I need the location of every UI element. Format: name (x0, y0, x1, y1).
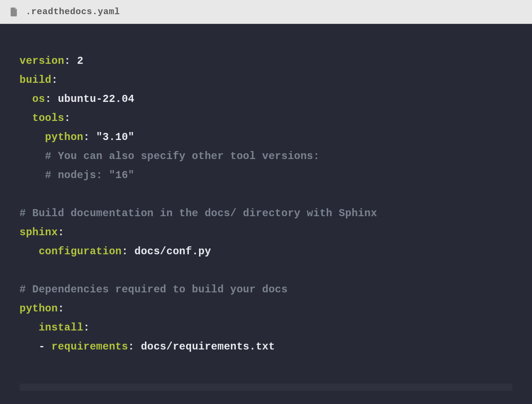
yaml-key: python (20, 303, 58, 315)
file-header: .readthedocs.yaml (0, 0, 532, 24)
indent (20, 245, 39, 257)
yaml-value: docs/conf.py (128, 245, 211, 257)
code-block: version: 2 build: os: ubuntu-22.04 tools… (20, 51, 512, 356)
yaml-value: "3.10" (90, 131, 134, 143)
dash: - (39, 341, 51, 353)
indent (20, 169, 45, 181)
yaml-key: build (20, 74, 51, 86)
yaml-key: sphinx (20, 226, 58, 238)
colon: : (83, 322, 90, 334)
indent (20, 93, 32, 105)
yaml-key: version (20, 55, 64, 67)
yaml-key: configuration (39, 245, 121, 257)
indent (20, 112, 32, 124)
yaml-value: ubuntu-22.04 (51, 93, 134, 105)
yaml-value: 2 (70, 55, 83, 67)
indent (20, 322, 39, 334)
code-editor: version: 2 build: os: ubuntu-22.04 tools… (0, 24, 532, 404)
yaml-key: os (32, 93, 45, 105)
yaml-key: install (39, 322, 83, 334)
horizontal-scrollbar[interactable] (20, 384, 512, 391)
colon: : (128, 341, 134, 353)
yaml-key: python (45, 131, 83, 143)
yaml-key: requirements (51, 341, 128, 353)
colon: : (121, 245, 128, 257)
yaml-key: tools (32, 112, 64, 124)
indent (20, 150, 45, 162)
yaml-comment: # You can also specify other tool versio… (45, 150, 320, 162)
colon: : (64, 112, 70, 124)
colon: : (45, 93, 51, 105)
yaml-value: docs/requirements.txt (134, 341, 275, 353)
file-icon (11, 8, 18, 16)
colon: : (83, 131, 90, 143)
yaml-comment: # nodejs: "16" (45, 169, 135, 181)
indent (20, 341, 39, 353)
filename: .readthedocs.yaml (26, 7, 120, 17)
colon: : (58, 303, 64, 315)
yaml-comment: # Build documentation in the docs/ direc… (20, 207, 377, 219)
yaml-comment: # Dependencies required to build your do… (20, 284, 288, 295)
colon: : (58, 226, 64, 238)
indent (20, 131, 45, 143)
colon: : (64, 55, 70, 67)
colon: : (51, 74, 58, 86)
